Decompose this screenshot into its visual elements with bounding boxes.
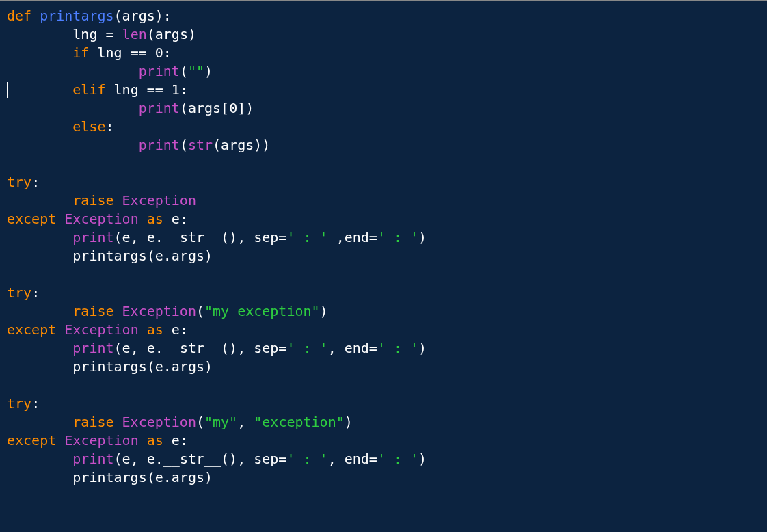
code-token: 0 [155, 44, 163, 61]
code-token: ( [196, 303, 204, 319]
code-token: else [72, 118, 105, 135]
code-line[interactable] [7, 155, 760, 173]
code-token: (args)) [213, 137, 270, 153]
code-token: "my exception" [204, 303, 320, 319]
code-token: == [131, 44, 155, 61]
code-token: : [31, 174, 40, 190]
code-token: try [7, 174, 31, 190]
code-token: printargs(e.args) [72, 469, 213, 486]
code-line[interactable]: try: [7, 284, 760, 302]
code-token: ' : ' [377, 451, 418, 467]
code-line[interactable]: else: [7, 118, 760, 136]
code-token: Exception [64, 432, 146, 449]
code-token: ' : ' [286, 340, 327, 356]
code-token: ' : ' [286, 229, 327, 245]
code-token: lng [114, 81, 147, 98]
code-token: 0 [229, 100, 237, 116]
code-token: except [7, 432, 64, 449]
code-token: "my" [204, 414, 237, 430]
code-token: as [147, 211, 172, 227]
code-token: print [139, 63, 180, 79]
code-token: ' : ' [377, 340, 418, 356]
code-token: print [72, 229, 113, 245]
code-line[interactable]: def printargs(args): [7, 7, 760, 25]
code-token: printargs(e.args) [72, 358, 213, 375]
code-token: Exception [122, 303, 196, 319]
code-token: , [237, 414, 254, 430]
code-token: print [139, 100, 180, 116]
code-line[interactable]: lng = len(args) [7, 25, 760, 44]
code-token: lng [97, 44, 130, 61]
code-token: e: [172, 321, 188, 338]
code-token: if [72, 44, 97, 61]
code-token: (args): [114, 8, 172, 24]
code-token: except [7, 321, 64, 338]
code-line[interactable]: if lng == 0: [7, 44, 760, 62]
code-token: : [31, 284, 40, 301]
code-token: printargs [40, 8, 113, 24]
code-token: str [188, 137, 213, 153]
code-token: printargs(e.args) [72, 248, 213, 264]
code-line[interactable]: printargs(e.args) [7, 468, 760, 487]
code-line[interactable]: printargs(e.args) [7, 247, 760, 265]
code-token: 1 [172, 81, 180, 98]
code-line[interactable]: raise Exception("my", "exception") [7, 413, 760, 431]
code-token: raise [72, 303, 122, 319]
code-token: ,end= [328, 229, 377, 245]
code-token: (e, e.__str__(), sep= [114, 340, 287, 356]
code-token: ) [320, 303, 328, 319]
code-line[interactable]: try: [7, 173, 760, 191]
code-token: ' : ' [377, 229, 418, 245]
code-token: : [31, 395, 40, 412]
code-token: raise [72, 414, 122, 430]
code-token: try [7, 284, 31, 301]
code-token: (e, e.__str__(), sep= [114, 451, 287, 467]
code-token: , end= [328, 340, 377, 356]
code-line[interactable]: raise Exception [7, 191, 760, 210]
code-token: except [7, 211, 64, 227]
code-token: lng [72, 26, 105, 42]
code-token: as [147, 432, 172, 449]
code-token: ) [418, 451, 427, 467]
code-token: raise [72, 192, 122, 209]
code-token: elif [72, 81, 113, 98]
code-line[interactable]: raise Exception("my exception") [7, 302, 760, 321]
code-token: : [163, 44, 172, 61]
text-cursor [7, 82, 8, 98]
code-token: print [72, 340, 113, 356]
code-line[interactable]: print(args[0]) [7, 99, 760, 118]
code-token: e: [172, 432, 188, 449]
code-line[interactable]: print(e, e.__str__(), sep=' : ', end=' :… [7, 450, 760, 468]
code-token: def [7, 8, 40, 24]
code-line[interactable]: printargs(e.args) [7, 358, 760, 376]
code-line[interactable]: elif lng == 1: [7, 81, 760, 99]
code-token: ) [418, 340, 427, 356]
code-token: : [180, 81, 188, 98]
code-line[interactable] [7, 265, 760, 284]
code-token: ) [204, 63, 213, 79]
code-token: len [122, 26, 147, 42]
code-token: as [147, 321, 172, 338]
code-token: try [7, 395, 31, 412]
code-token: ) [418, 229, 427, 245]
code-editor[interactable]: def printargs(args): lng = len(args) if … [7, 7, 760, 487]
code-line[interactable]: try: [7, 395, 760, 413]
code-token: Exception [64, 211, 146, 227]
code-line[interactable]: print(str(args)) [7, 136, 760, 155]
code-line[interactable]: print("") [7, 62, 760, 81]
code-token: ( [180, 63, 188, 79]
code-token: "exception" [254, 414, 344, 430]
code-token: Exception [122, 192, 196, 209]
code-line[interactable]: except Exception as e: [7, 321, 760, 339]
code-line[interactable]: except Exception as e: [7, 431, 760, 450]
code-token: e: [172, 211, 188, 227]
code-line[interactable]: except Exception as e: [7, 210, 760, 228]
code-line[interactable] [7, 376, 760, 395]
code-token: ' : ' [286, 451, 327, 467]
code-token: ) [345, 414, 353, 430]
code-token: = [106, 26, 122, 42]
code-token: Exception [122, 414, 196, 430]
code-line[interactable]: print(e, e.__str__(), sep=' : ', end=' :… [7, 339, 760, 358]
code-token: , end= [328, 451, 377, 467]
code-line[interactable]: print(e, e.__str__(), sep=' : ' ,end=' :… [7, 228, 760, 247]
